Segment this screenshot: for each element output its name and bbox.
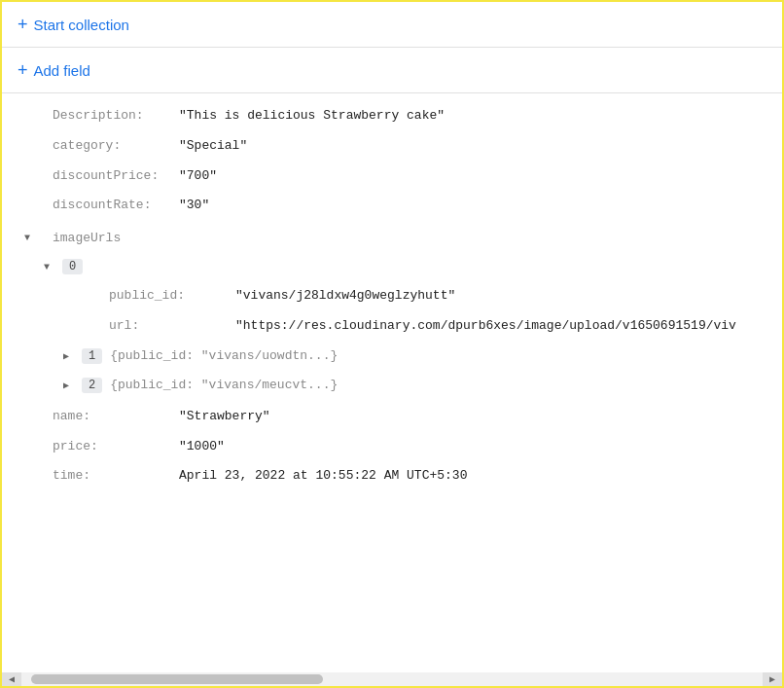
start-collection-button[interactable]: + Start collection [18,12,129,37]
field-key-price: price: [53,437,179,457]
horizontal-scrollbar[interactable]: ◀ ▶ [2,672,782,686]
field-row-description: Description: "This is delicious Strawber… [2,101,782,131]
fields-area: Description: "This is delicious Strawber… [2,93,782,499]
item-0-public-id-row: public_id: "vivans/j28ldxw4g0weglzyhutt" [2,281,782,311]
field-row-discountrate: discountRate: "30" [2,191,782,221]
field-row-discountprice: discountPrice: "700" [2,162,782,192]
start-collection-label: Start collection [34,17,129,33]
scroll-right-arrow[interactable]: ▶ [763,672,782,686]
item-2-expand-arrow[interactable] [56,376,76,395]
start-collection-bar: + Start collection [2,2,782,48]
item-2-badge: 2 [82,378,102,393]
imageurls-section: imageUrls 0 public_id: "vivans/j28ldxw4g… [2,223,782,400]
add-field-button[interactable]: + Add field [18,57,90,83]
field-value-category: "Special" [179,136,247,157]
add-field-label: Add field [34,62,90,79]
imageurls-item-1-row[interactable]: 1 {public_id: "vivans/uowdtn...} [2,342,782,371]
field-value-name: "Strawberry" [179,407,270,427]
add-field-row: + Add field [2,48,782,93]
item-1-expand-arrow[interactable] [56,346,76,366]
scrollbar-track[interactable] [21,672,763,686]
item-1-preview: {public_id: "vivans/uowdtn...} [110,348,338,363]
field-row-category: category: "Special" [2,131,782,162]
item-0-fields: public_id: "vivans/j28ldxw4g0weglzyhutt"… [2,281,782,342]
field-key-discountrate: discountRate: [53,196,179,216]
item-0-url-key: url: [109,316,235,337]
field-row-time: time: April 23, 2022 at 10:55:22 AM UTC+… [2,461,782,491]
field-row-price: price: "1000" [2,432,782,462]
field-key-time: time: [53,466,179,487]
plus-icon: + [18,16,28,33]
main-container: + Start collection + Add field Descripti… [0,0,784,688]
field-row-name: name: "Strawberry" [2,402,782,432]
imageurls-item-0-header[interactable]: 0 [2,252,782,281]
item-0-badge: 0 [62,259,83,274]
field-value-description: "This is delicious Strawberry cake" [179,106,445,127]
imageurls-header[interactable]: imageUrls [2,223,782,252]
field-value-time: April 23, 2022 at 10:55:22 AM UTC+5:30 [179,466,467,487]
add-field-plus-icon: + [18,61,28,79]
field-value-discountrate: "30" [179,196,209,216]
item-0-url-row: url: "https://res.cloudinary.com/dpurb6x… [2,311,782,342]
item-1-badge: 1 [82,348,102,364]
imageurls-expand-arrow[interactable] [18,228,37,247]
field-key-discountprice: discountPrice: [53,166,179,187]
item-0-public-id-key: public_id: [109,286,235,307]
field-key-name: name: [53,407,179,427]
scroll-left-arrow[interactable]: ◀ [2,672,21,686]
item-0-expand-arrow[interactable] [37,257,56,276]
item-0-public-id-value: "vivans/j28ldxw4g0weglzyhutt" [235,286,455,307]
imageurls-key: imageUrls [53,231,121,245]
item-0-url-value: "https://res.cloudinary.com/dpurb6xes/im… [235,316,736,337]
field-key-category: category: [53,136,179,157]
imageurls-item-2-row[interactable]: 2 {public_id: "vivans/meucvt...} [2,371,782,400]
field-value-price: "1000" [179,437,225,457]
item-2-preview: {public_id: "vivans/meucvt...} [110,378,338,392]
scrollbar-thumb[interactable] [31,674,323,684]
field-key-description: Description: [53,106,179,127]
field-value-discountprice: "700" [179,166,217,187]
